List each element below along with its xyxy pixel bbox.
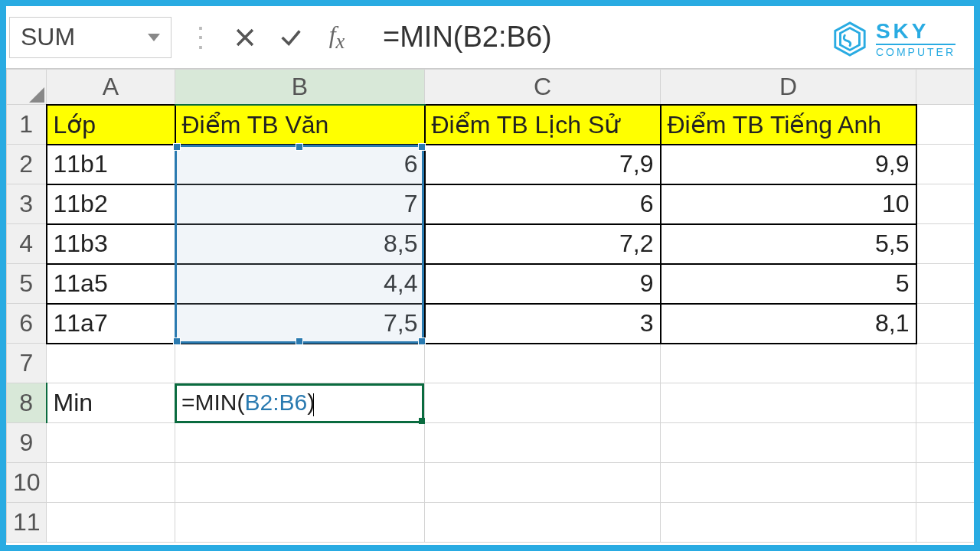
- formula-prefix: =MIN(: [181, 390, 245, 415]
- cell[interactable]: [175, 463, 425, 503]
- row-header[interactable]: 4: [7, 224, 47, 264]
- table-row: 8 Min =MIN(B2:B6): [7, 383, 978, 423]
- row-header[interactable]: 10: [7, 463, 47, 503]
- cell[interactable]: [916, 145, 978, 184]
- chevron-down-icon[interactable]: [148, 34, 160, 41]
- row-header[interactable]: 8: [7, 383, 47, 423]
- table-row: 2 11b1 6 7,9 9,9: [7, 145, 978, 184]
- brand-logo: SKY COMPUTER: [831, 20, 956, 59]
- cell[interactable]: Min: [47, 383, 175, 423]
- cell[interactable]: 11b2: [47, 184, 175, 224]
- col-header-d[interactable]: D: [661, 70, 916, 105]
- cell[interactable]: [425, 344, 661, 383]
- cell[interactable]: 11a7: [47, 304, 175, 344]
- cell[interactable]: [916, 304, 978, 344]
- row-header[interactable]: 3: [7, 184, 47, 224]
- cell[interactable]: [47, 503, 175, 543]
- name-box[interactable]: SUM: [9, 17, 172, 58]
- cell[interactable]: Điểm TB Văn: [175, 105, 425, 145]
- select-all-corner[interactable]: [7, 70, 47, 105]
- cell[interactable]: [47, 423, 175, 463]
- col-header-e[interactable]: [916, 70, 978, 105]
- table-row: 9: [7, 423, 978, 463]
- spreadsheet-grid[interactable]: A B C D 1 Lớp Điểm TB Văn Điểm TB Lịch S…: [6, 69, 974, 543]
- formula-bar: SUM ⋮ fx =MIN(B2:B6): [6, 6, 974, 69]
- row-header[interactable]: 7: [7, 344, 47, 383]
- table-row: 6 11a7 7,5 3 8,1: [7, 304, 978, 344]
- cell[interactable]: 11b3: [47, 224, 175, 264]
- cell[interactable]: [916, 264, 978, 304]
- row-header[interactable]: 11: [7, 503, 47, 543]
- cell[interactable]: 10: [661, 184, 916, 224]
- cell[interactable]: 7,9: [425, 145, 661, 184]
- cell[interactable]: 3: [425, 304, 661, 344]
- cell[interactable]: 6: [175, 145, 425, 184]
- row-header[interactable]: 2: [7, 145, 47, 184]
- cell[interactable]: [425, 383, 661, 423]
- cell[interactable]: [916, 463, 978, 503]
- cell[interactable]: [916, 224, 978, 264]
- table-row: 7: [7, 344, 978, 383]
- row-header[interactable]: 6: [7, 304, 47, 344]
- cell[interactable]: 11a5: [47, 264, 175, 304]
- cell[interactable]: Lớp: [47, 105, 175, 145]
- cell[interactable]: [661, 423, 916, 463]
- table-row: 10: [7, 463, 978, 503]
- cell[interactable]: [661, 344, 916, 383]
- cell[interactable]: 11b1: [47, 145, 175, 184]
- logo-hex-icon: [831, 21, 868, 57]
- table-row: 4 11b3 8,5 7,2 5,5: [7, 224, 978, 264]
- cell[interactable]: 7,5: [175, 304, 425, 344]
- col-header-a[interactable]: A: [47, 70, 175, 105]
- cell[interactable]: 7: [175, 184, 425, 224]
- col-header-c[interactable]: C: [425, 70, 661, 105]
- fx-icon[interactable]: fx: [322, 22, 352, 53]
- cell[interactable]: [175, 423, 425, 463]
- cell[interactable]: [916, 423, 978, 463]
- cell[interactable]: [47, 344, 175, 383]
- cell[interactable]: 8,1: [661, 304, 916, 344]
- cell[interactable]: [661, 383, 916, 423]
- cell[interactable]: [916, 344, 978, 383]
- cell[interactable]: 9: [425, 264, 661, 304]
- cell[interactable]: [425, 423, 661, 463]
- col-header-b[interactable]: B: [175, 70, 425, 105]
- cell[interactable]: 9,9: [661, 145, 916, 184]
- formula-ref: B2:B6: [245, 390, 308, 415]
- cell[interactable]: [175, 344, 425, 383]
- logo-text-bot: COMPUTER: [876, 45, 956, 59]
- cell[interactable]: 6: [425, 184, 661, 224]
- cancel-icon[interactable]: [230, 22, 260, 53]
- cell[interactable]: [425, 463, 661, 503]
- cell[interactable]: [916, 383, 978, 423]
- table-row: 11: [7, 503, 978, 543]
- row-header[interactable]: 1: [7, 105, 47, 145]
- cell[interactable]: [425, 503, 661, 543]
- row-header[interactable]: 5: [7, 264, 47, 304]
- cell[interactable]: 5: [661, 264, 916, 304]
- text-cursor: [313, 393, 314, 416]
- active-cell[interactable]: =MIN(B2:B6): [175, 383, 425, 423]
- cell[interactable]: Điểm TB Lịch Sử: [425, 105, 661, 145]
- enter-icon[interactable]: [276, 22, 306, 53]
- cell[interactable]: [47, 463, 175, 503]
- cell[interactable]: Điểm TB Tiếng Anh: [661, 105, 916, 145]
- cell[interactable]: [661, 463, 916, 503]
- cell[interactable]: [661, 503, 916, 543]
- cell[interactable]: [916, 503, 978, 543]
- cell[interactable]: 7,2: [425, 224, 661, 264]
- table-row: 5 11a5 4,4 9 5: [7, 264, 978, 304]
- cell[interactable]: [916, 184, 978, 224]
- cell[interactable]: 8,5: [175, 224, 425, 264]
- cell[interactable]: [916, 105, 978, 145]
- row-header[interactable]: 9: [7, 423, 47, 463]
- divider: ⋮: [187, 21, 214, 54]
- logo-text-top: SKY: [876, 20, 956, 45]
- table-row: 1 Lớp Điểm TB Văn Điểm TB Lịch Sử Điểm T…: [7, 105, 978, 145]
- name-box-value: SUM: [21, 23, 75, 51]
- cell[interactable]: 4,4: [175, 264, 425, 304]
- column-header-row: A B C D: [7, 70, 978, 105]
- table-row: 3 11b2 7 6 10: [7, 184, 978, 224]
- cell[interactable]: 5,5: [661, 224, 916, 264]
- cell[interactable]: [175, 503, 425, 543]
